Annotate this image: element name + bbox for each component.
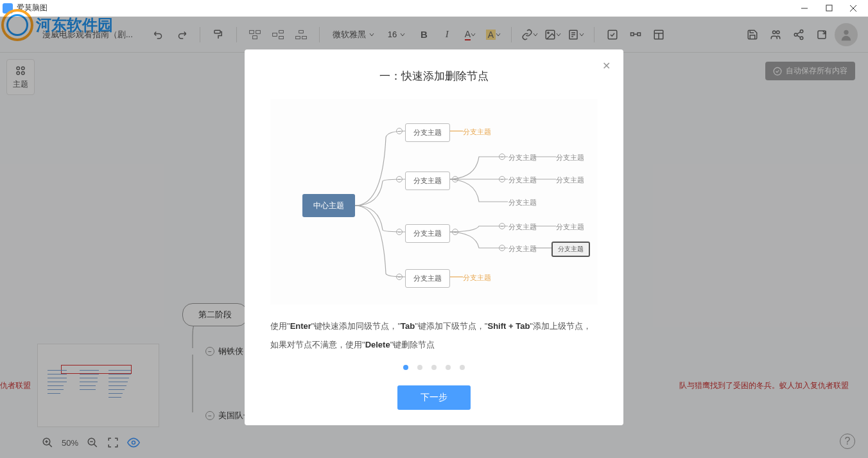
- maximize-button[interactable]: [824, 4, 833, 13]
- next-button[interactable]: 下一步: [397, 385, 471, 410]
- modal-title: 一：快速添加删除节点: [270, 69, 598, 84]
- titlebar: 爱莫脑图: [0, 0, 868, 17]
- dot-2[interactable]: [417, 365, 422, 370]
- diagram-sub: 分支主题: [556, 175, 584, 185]
- diagram-branch: 分支主题: [405, 123, 450, 142]
- diagram-sub: 分支主题: [508, 153, 537, 163]
- diagram-sub: 分支主题: [463, 127, 491, 137]
- modal-description: 使用"Enter"键快速添加同级节点，"Tab"键添加下级节点，"Shift +…: [270, 317, 598, 354]
- diagram-sub: 分支主题: [508, 244, 537, 254]
- dot-5[interactable]: [460, 365, 465, 370]
- modal-overlay[interactable]: ✕ 一：快速添加删除节点 中心主题 分支主题 分: [0, 17, 868, 458]
- diagram-branch-active: 分支主题: [551, 242, 590, 257]
- diagram-branch: 分支主题: [405, 172, 450, 190]
- dot-1[interactable]: [403, 365, 408, 370]
- dot-3[interactable]: [431, 365, 437, 370]
- svg-rect-1: [826, 5, 832, 11]
- minimize-button[interactable]: [800, 4, 809, 13]
- diagram-sub: 分支主题: [508, 222, 537, 232]
- modal-close-button[interactable]: ✕: [602, 60, 611, 72]
- window-controls: [800, 4, 865, 13]
- app-title: 爱莫脑图: [17, 3, 800, 13]
- diagram-sub: 分支主题: [556, 222, 584, 232]
- diagram-center-node: 中心主题: [302, 194, 355, 217]
- tutorial-diagram: 中心主题 分支主题 分支主题 分支主题 分支主题 − − − − 分支主题 分支…: [270, 99, 598, 304]
- diagram-sub: 分支主题: [508, 175, 537, 185]
- dot-4[interactable]: [446, 365, 451, 370]
- close-button[interactable]: [849, 4, 858, 13]
- diagram-sub: 分支主题: [508, 198, 537, 207]
- tutorial-modal: ✕ 一：快速添加删除节点 中心主题 分支主题 分: [245, 49, 623, 425]
- diagram-sub: 分支主题: [463, 273, 491, 283]
- diagram-branch: 分支主题: [405, 224, 450, 243]
- diagram-sub: 分支主题: [556, 153, 584, 163]
- diagram-branch: 分支主题: [405, 269, 450, 288]
- pagination-dots: [270, 365, 598, 370]
